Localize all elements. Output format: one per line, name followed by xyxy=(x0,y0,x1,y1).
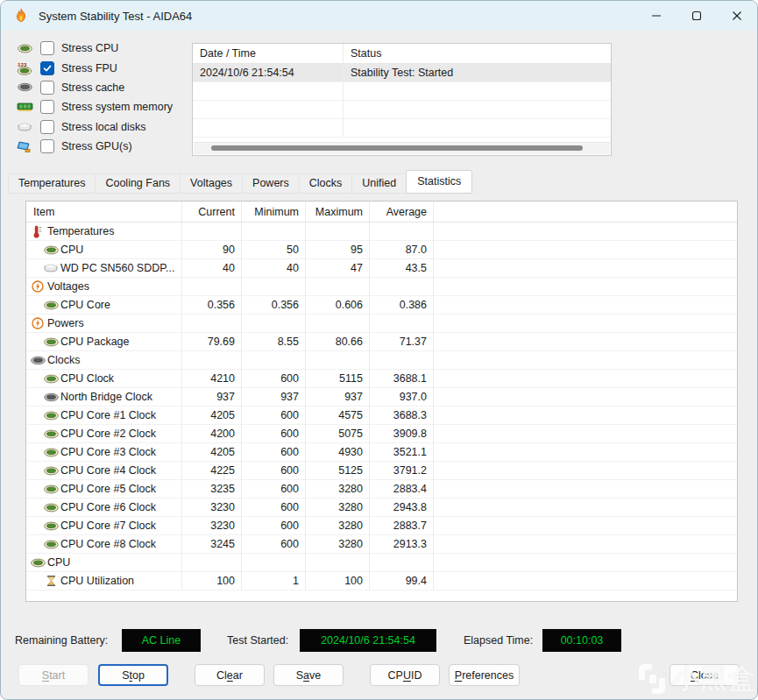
preferences-button[interactable]: Preferences xyxy=(449,664,520,686)
start-button[interactable]: Start xyxy=(18,664,89,686)
stats-row-cpu-core[interactable]: CPU Core0.3560.3560.6060.386 xyxy=(26,296,737,315)
stats-item-cell: CPU xyxy=(26,554,182,572)
stats-minimum-cell xyxy=(242,278,306,296)
tab-unified[interactable]: Unified xyxy=(352,173,407,194)
stats-row-powers[interactable]: Powers xyxy=(26,315,737,333)
maximize-button[interactable] xyxy=(677,1,717,31)
stop-button[interactable]: Stop xyxy=(98,664,168,686)
checkbox[interactable] xyxy=(40,61,54,75)
checkbox[interactable] xyxy=(40,81,54,95)
tab-powers[interactable]: Powers xyxy=(243,173,300,194)
log-column-status[interactable]: Status xyxy=(344,44,611,64)
checkbox[interactable] xyxy=(40,139,54,153)
clear-button[interactable]: Clear xyxy=(195,664,265,686)
log-row[interactable]: 2024/10/6 21:54:54Stability Test: Starte… xyxy=(193,64,611,82)
stats-row-cpu-package[interactable]: CPU Package79.698.5580.6671.37 xyxy=(26,333,737,351)
stats-maximum-cell xyxy=(306,315,370,333)
cpu-chip-icon xyxy=(11,44,38,53)
tab-cooling-fans[interactable]: Cooling Fans xyxy=(96,173,181,194)
stats-row-north-bridge-clock[interactable]: North Bridge Clock937937937937.0 xyxy=(26,388,737,407)
stress-option-stress-system-memory[interactable]: Stress system memory xyxy=(11,97,173,117)
stats-row-cpu-core-5-clock[interactable]: CPU Core #5 Clock323560032802883.4 xyxy=(26,480,737,498)
stats-average-cell: 87.0 xyxy=(370,241,434,259)
cpu-chip-icon xyxy=(43,429,59,439)
thermometer-icon xyxy=(30,225,46,238)
stats-item-cell: CPU Package xyxy=(26,333,182,351)
stats-row-cpu-clock[interactable]: CPU Clock421060051153688.1 xyxy=(26,370,737,388)
stats-row-cpu[interactable]: CPU xyxy=(26,554,737,572)
cpu-chip-icon xyxy=(43,540,59,549)
stats-average-cell xyxy=(370,278,434,296)
stats-current-cell: 4225 xyxy=(182,462,242,480)
stats-item-cell: CPU Core #1 Clock xyxy=(26,407,182,425)
stats-row-clocks[interactable]: Clocks xyxy=(26,351,737,370)
stats-column-minimum[interactable]: Minimum xyxy=(242,202,306,223)
stats-item-label: CPU Core #7 Clock xyxy=(60,520,156,532)
log-status-cell: Stability Test: Started xyxy=(344,64,611,82)
tab-temperatures[interactable]: Temperatures xyxy=(8,173,96,194)
stats-row-cpu-core-4-clock[interactable]: CPU Core #4 Clock422560051253791.2 xyxy=(26,462,737,480)
stats-row-wd-pc-sn560-sddp-[interactable]: WD PC SN560 SDDP...40404743.5 xyxy=(26,259,737,278)
stats-average-cell xyxy=(370,554,434,572)
tab-statistics[interactable]: Statistics xyxy=(406,170,472,194)
stress-option-stress-fpu[interactable]: 123Stress FPU xyxy=(11,58,173,77)
stats-average-cell: 0.386 xyxy=(370,296,434,315)
close-window-button[interactable] xyxy=(717,1,757,31)
log-horizontal-scrollbar[interactable] xyxy=(194,142,610,154)
stress-option-stress-cpu[interactable]: Stress CPU xyxy=(11,39,173,58)
stress-option-label[interactable]: Stress cache xyxy=(61,81,124,94)
minimize-button[interactable] xyxy=(636,1,677,31)
close-button[interactable]: Close xyxy=(669,664,740,686)
checkbox[interactable] xyxy=(40,120,54,134)
stats-row-temperatures[interactable]: Temperatures xyxy=(26,223,737,241)
stats-row-cpu-core-8-clock[interactable]: CPU Core #8 Clock324560032802913.3 xyxy=(26,535,737,554)
stress-option-label[interactable]: Stress FPU xyxy=(61,62,117,74)
stats-maximum-cell: 937 xyxy=(306,388,370,407)
stats-item-label: CPU Clock xyxy=(60,372,114,385)
stats-average-cell: 99.4 xyxy=(370,572,434,590)
stats-item-label: CPU xyxy=(60,244,83,256)
stats-current-cell: 3230 xyxy=(182,498,242,517)
stress-option-stress-local-disks[interactable]: Stress local disks xyxy=(11,117,173,137)
stress-option-label[interactable]: Stress system memory xyxy=(61,101,173,113)
stress-option-label[interactable]: Stress local disks xyxy=(61,121,146,133)
stats-current-cell: 3230 xyxy=(182,517,242,535)
stress-option-label[interactable]: Stress CPU xyxy=(61,42,118,54)
flame-icon xyxy=(12,7,30,25)
cpuid-button[interactable]: CPUID xyxy=(370,664,440,686)
stats-item-cell: Clocks xyxy=(26,351,182,370)
stats-row-cpu-utilization[interactable]: CPU Utilization100110099.4 xyxy=(26,572,737,590)
stats-column-average[interactable]: Average xyxy=(370,202,434,223)
stress-option-stress-cache[interactable]: Stress cache xyxy=(11,78,173,97)
button-row: StartStopClearSaveCPUIDPreferencesClose xyxy=(1,664,758,686)
stats-row-cpu-core-7-clock[interactable]: CPU Core #7 Clock323060032802883.7 xyxy=(26,517,737,535)
stats-row-cpu[interactable]: CPU90509587.0 xyxy=(26,241,737,259)
stress-option-label[interactable]: Stress GPU(s) xyxy=(61,140,132,152)
stats-column-item[interactable]: Item xyxy=(26,202,182,223)
memory-icon xyxy=(11,102,38,112)
log-empty-row xyxy=(193,101,611,119)
stats-item-cell: CPU Core xyxy=(26,296,182,315)
tab-voltages[interactable]: Voltages xyxy=(181,173,243,194)
checkbox[interactable] xyxy=(40,100,54,114)
stats-current-cell: 4200 xyxy=(182,425,242,443)
checkbox[interactable] xyxy=(40,41,54,55)
log-column-datetime[interactable]: Date / Time xyxy=(193,44,344,64)
tab-clocks[interactable]: Clocks xyxy=(300,173,353,194)
stats-row-cpu-core-3-clock[interactable]: CPU Core #3 Clock420560049303521.1 xyxy=(26,443,737,462)
stats-minimum-cell: 1 xyxy=(242,572,306,590)
fpu-chip-icon: 123 xyxy=(11,61,38,75)
stats-maximum-cell: 100 xyxy=(306,572,370,590)
stats-column-maximum[interactable]: Maximum xyxy=(306,202,370,223)
stress-option-stress-gpu-s-[interactable]: Stress GPU(s) xyxy=(11,137,173,156)
dark-chip-icon xyxy=(43,392,59,402)
stats-row-voltages[interactable]: Voltages xyxy=(26,278,737,296)
stats-row-cpu-core-1-clock[interactable]: CPU Core #1 Clock420560045753688.3 xyxy=(26,407,737,425)
stats-row-cpu-core-2-clock[interactable]: CPU Core #2 Clock420060050753909.8 xyxy=(26,425,737,443)
stats-row-cpu-core-6-clock[interactable]: CPU Core #6 Clock323060032802943.8 xyxy=(26,498,737,517)
log-scrollbar-thumb[interactable] xyxy=(211,145,583,151)
stats-minimum-cell: 600 xyxy=(242,498,306,517)
save-button[interactable]: Save xyxy=(273,664,344,686)
stats-column-current[interactable]: Current xyxy=(182,202,242,223)
lightning-icon xyxy=(30,317,46,329)
